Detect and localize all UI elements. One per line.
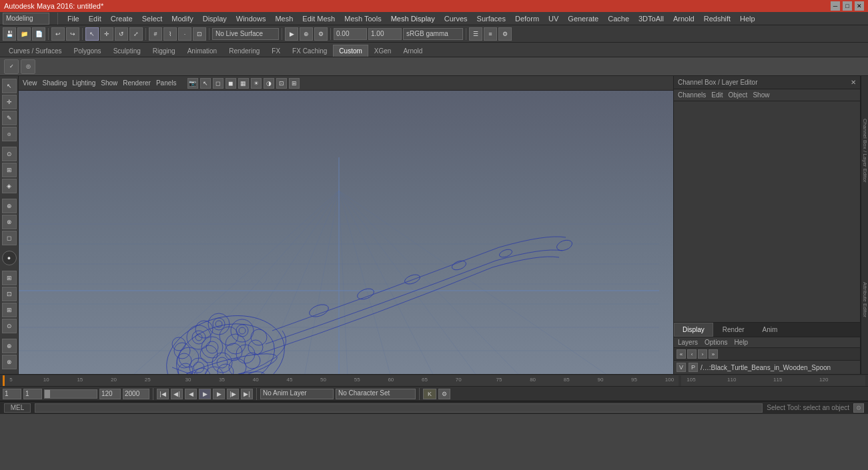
- lt-cam-rotate[interactable]: ⊡: [2, 287, 17, 301]
- shelf-tab-xgen[interactable]: XGen: [368, 45, 398, 57]
- channels-menu-show[interactable]: Show: [753, 91, 769, 99]
- new-btn[interactable]: 📄: [32, 27, 45, 41]
- lt-cam-move[interactable]: ⊞: [2, 271, 17, 285]
- no-live-surface-dropdown[interactable]: No Live Surface: [212, 28, 279, 40]
- window-controls[interactable]: ─ □ ✕: [831, 1, 864, 11]
- next-key-btn[interactable]: |▶: [227, 389, 239, 399]
- undo-btn[interactable]: ↩: [51, 27, 65, 41]
- timeline-right-ruler[interactable]: 105 110 115 120: [681, 375, 865, 386]
- select-tool-btn[interactable]: ↖: [85, 27, 99, 41]
- menu-display[interactable]: Display: [201, 15, 228, 23]
- shelf-tab-fx-caching[interactable]: FX Caching: [286, 45, 333, 57]
- shelf-tab-rendering[interactable]: Rendering: [223, 45, 266, 57]
- layer-playback[interactable]: P: [689, 363, 698, 372]
- prev-key-btn[interactable]: ◀|: [171, 389, 183, 399]
- shelf-tab-rigging[interactable]: Rigging: [147, 45, 181, 57]
- menu-arnold[interactable]: Arnold: [672, 15, 696, 23]
- menu-edit[interactable]: Edit: [87, 15, 103, 23]
- lt-transform[interactable]: ⊕: [2, 199, 17, 213]
- snap-grid-btn[interactable]: #: [149, 27, 162, 41]
- viewport-menu-lighting[interactable]: Lighting: [72, 79, 95, 87]
- menu-select[interactable]: Select: [141, 15, 164, 23]
- lt-pivot[interactable]: ⊗: [2, 215, 17, 229]
- vp-wire-btn[interactable]: ◻: [213, 78, 224, 89]
- menu-help[interactable]: Help: [739, 15, 757, 23]
- menu-windows[interactable]: Windows: [235, 15, 268, 23]
- layer-nav-next2[interactable]: »: [709, 349, 718, 359]
- shelf-tab-custom[interactable]: Custom: [333, 45, 368, 57]
- vp-texture-btn[interactable]: ▦: [238, 78, 249, 89]
- vp-shadow-btn[interactable]: ◑: [264, 78, 274, 89]
- menu-mesh[interactable]: Mesh: [274, 15, 294, 23]
- tab-anim[interactable]: Anim: [754, 323, 787, 337]
- layer-nav-prev[interactable]: «: [677, 349, 686, 359]
- scale-btn[interactable]: ⤢: [129, 27, 143, 41]
- anim-layer-dropdown[interactable]: No Anim Layer: [260, 389, 334, 399]
- viewport-menu-shading[interactable]: Shading: [43, 79, 67, 87]
- lt-lattice[interactable]: ⊞: [2, 163, 17, 177]
- lt-sculpt[interactable]: ◈: [2, 179, 17, 193]
- snap-curve-btn[interactable]: ⌇: [163, 27, 177, 41]
- shelf-tab-animation[interactable]: Animation: [181, 45, 223, 57]
- menu-deform[interactable]: Deform: [514, 15, 540, 23]
- vp-shaded-btn[interactable]: ◼: [226, 78, 236, 89]
- workspace-dropdown[interactable]: Modeling: [3, 13, 49, 25]
- menu-uv[interactable]: UV: [547, 15, 560, 23]
- view-transform-dropdown[interactable]: sRGB gamma: [403, 28, 463, 40]
- viewport-menu-panels[interactable]: Panels: [156, 79, 177, 87]
- channels-menu-object[interactable]: Object: [729, 91, 748, 99]
- vp-xray-btn[interactable]: ⊡: [276, 78, 287, 89]
- lt-display[interactable]: ●: [2, 251, 17, 265]
- attribute-editor-btn[interactable]: ≡: [484, 27, 497, 41]
- playhead[interactable]: [3, 375, 5, 386]
- total-frames-input[interactable]: [123, 389, 149, 399]
- render-btn[interactable]: ▶: [285, 27, 298, 41]
- go-end-btn[interactable]: ▶|: [241, 389, 253, 399]
- shelf-icon-1[interactable]: ✓: [4, 59, 19, 74]
- redo-btn[interactable]: ↪: [66, 27, 79, 41]
- auto-key-btn[interactable]: K: [423, 389, 436, 399]
- input-value-1[interactable]: [368, 28, 402, 40]
- viewport-menu-view[interactable]: View: [23, 79, 37, 87]
- shelf-tab-curves[interactable]: Curves / Surfaces: [3, 45, 67, 57]
- sub-menu-layers[interactable]: Layers: [678, 339, 698, 346]
- ts-settings-btn[interactable]: ⚙: [438, 389, 450, 399]
- menu-surfaces[interactable]: Surfaces: [476, 15, 507, 23]
- snap-point-btn[interactable]: ·: [178, 27, 191, 41]
- menu-mesh-display[interactable]: Mesh Display: [390, 15, 436, 23]
- menu-generate[interactable]: Generate: [566, 15, 600, 23]
- sub-menu-options[interactable]: Options: [705, 339, 727, 346]
- shelf-tab-fx[interactable]: FX: [266, 45, 286, 57]
- lt-select[interactable]: ↖: [2, 79, 17, 93]
- vp-cam-btn[interactable]: 📷: [187, 78, 198, 89]
- tool-settings-btn[interactable]: ⚙: [498, 27, 512, 41]
- frame-range-bar[interactable]: [44, 389, 97, 399]
- open-btn[interactable]: 📁: [17, 27, 31, 41]
- lt-cam-pan[interactable]: ⊙: [2, 319, 17, 333]
- go-start-btn[interactable]: |◀: [157, 389, 169, 399]
- vp-sel-mode[interactable]: ↖: [200, 78, 211, 89]
- menu-mesh-tools[interactable]: Mesh Tools: [343, 15, 382, 23]
- lt-soft-mod[interactable]: ⊙: [2, 147, 17, 161]
- tab-display[interactable]: Display: [674, 323, 713, 337]
- range-end-input[interactable]: [99, 389, 121, 399]
- menu-3dtoall[interactable]: 3DToAll: [637, 15, 665, 23]
- menu-edit-mesh[interactable]: Edit Mesh: [301, 15, 336, 23]
- lt-cam-zoom[interactable]: ⊞: [2, 303, 17, 317]
- lt-move[interactable]: ✛: [2, 95, 17, 109]
- shelf-icon-2[interactable]: ◎: [21, 59, 35, 74]
- viewport-menu-show[interactable]: Show: [101, 79, 117, 87]
- vp-iso-btn[interactable]: ⊞: [289, 78, 300, 89]
- layer-name[interactable]: /…:Black_Turtle_Beans_in_Wooden_Spoon: [701, 364, 831, 371]
- lt-snap[interactable]: ◻: [2, 231, 17, 245]
- lt-extra2[interactable]: ⊗: [2, 355, 17, 369]
- mel-label[interactable]: MEL: [4, 403, 31, 413]
- move-btn[interactable]: ✛: [100, 27, 113, 41]
- close-button[interactable]: ✕: [855, 1, 864, 11]
- next-frame-btn[interactable]: ▶: [213, 389, 225, 399]
- viewport-menu-renderer[interactable]: Renderer: [123, 79, 151, 87]
- play-btn[interactable]: ▶: [199, 389, 211, 399]
- channel-box-btn[interactable]: ☰: [469, 27, 482, 41]
- viewport-3d[interactable]: View Shading Lighting Show Renderer Pane…: [19, 76, 673, 374]
- lt-paint[interactable]: ✎: [2, 111, 17, 125]
